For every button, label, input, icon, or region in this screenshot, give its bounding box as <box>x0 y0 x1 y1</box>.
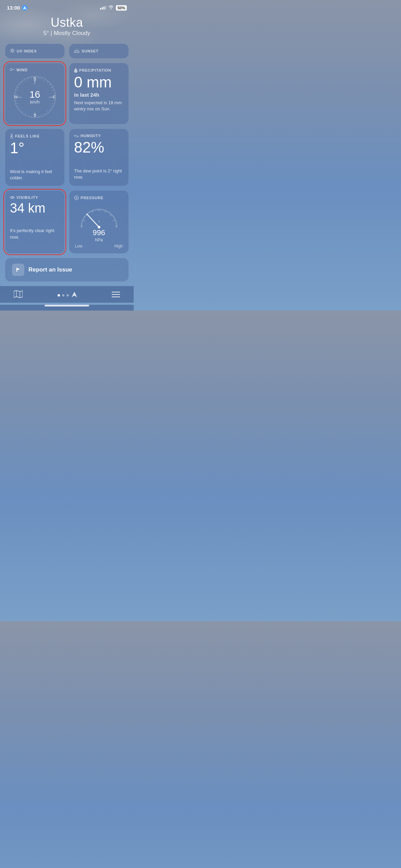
svg-line-68 <box>113 220 114 221</box>
pressure-range: Low High <box>75 244 123 249</box>
page-dot-3 <box>66 294 69 297</box>
svg-point-56 <box>76 197 77 198</box>
feels-like-value: 1° <box>10 141 60 156</box>
location-arrow-icon <box>22 5 27 11</box>
svg-marker-74 <box>14 290 23 298</box>
svg-marker-77 <box>72 292 77 297</box>
feels-like-sub: Wind is making it feel colder. <box>10 169 60 181</box>
svg-marker-0 <box>23 6 26 10</box>
weather-header: Ustka 5° | Mostly Cloudy <box>0 13 134 44</box>
pressure-card[interactable]: PRESSURE <box>69 190 129 254</box>
flag-icon <box>15 267 21 273</box>
svg-line-7 <box>13 52 14 52</box>
pressure-unit: hPa <box>75 237 123 242</box>
visibility-sub: It's perfectly clear right now. <box>10 228 60 240</box>
svg-line-62 <box>83 220 85 221</box>
bottom-navigation <box>0 286 134 303</box>
feels-like-card[interactable]: FEELS LIKE 1° Wind is making it feel col… <box>5 129 65 186</box>
humidity-sub: The dew point is 2° right now. <box>74 168 124 180</box>
status-bar: 13:00 50 % <box>0 0 134 13</box>
wind-icon <box>10 68 15 72</box>
map-button[interactable] <box>14 290 23 300</box>
signal-bars-icon <box>100 6 106 10</box>
humidity-value: 82% <box>74 140 124 155</box>
visibility-value: 34 km <box>10 202 60 215</box>
svg-rect-73 <box>16 268 17 272</box>
sunset-card[interactable]: SUNSET <box>69 44 129 59</box>
location-nav-icon <box>72 292 77 299</box>
sunset-icon <box>74 48 80 54</box>
wind-compass: N S —E W— ↑ ⊥ 16 km/h <box>13 75 57 119</box>
precipitation-sub2: Next expected is 18 mm wintry mix on Sun… <box>74 100 124 112</box>
precipitation-sub1: in last 24h <box>74 91 124 98</box>
battery-indicator: 50 % <box>116 5 127 11</box>
page-dot-2 <box>62 294 64 297</box>
svg-point-54 <box>12 197 13 198</box>
humidity-card[interactable]: HUMIDITY 82% The dew point is 2° right n… <box>69 129 129 186</box>
svg-line-67 <box>110 215 111 216</box>
precipitation-value: 0 mm <box>74 75 124 90</box>
eye-icon <box>10 196 15 199</box>
wifi-icon <box>108 5 114 10</box>
svg-line-64 <box>93 211 93 213</box>
svg-text:↓: ↓ <box>98 219 100 223</box>
uv-index-label: UV INDEX <box>17 49 37 53</box>
menu-button[interactable] <box>112 291 120 300</box>
svg-line-70 <box>87 214 99 227</box>
report-icon <box>12 264 24 276</box>
humidity-label: HUMIDITY <box>74 134 124 138</box>
status-right: 50 % <box>100 5 127 11</box>
svg-line-66 <box>105 211 105 213</box>
pressure-gauge: ↓ 996 hPa Low High <box>75 203 123 249</box>
city-name: Ustka <box>7 15 127 30</box>
svg-line-6 <box>11 49 11 49</box>
precipitation-label: PRECIPITATION <box>74 68 124 73</box>
visibility-label: VISIBILITY <box>10 195 60 200</box>
svg-point-1 <box>11 50 13 52</box>
thermometer-icon <box>10 134 13 138</box>
report-issue-label: Report an Issue <box>28 266 72 273</box>
pressure-gauge-svg: ↓ <box>75 203 123 230</box>
top-mini-cards: UV INDEX SUNSET <box>0 44 134 59</box>
feels-like-label: FEELS LIKE <box>10 134 60 138</box>
svg-line-13 <box>78 50 79 50</box>
page-dot-1 <box>58 294 60 297</box>
humidity-icon <box>74 134 79 137</box>
precipitation-card[interactable]: PRECIPITATION 0 mm in last 24h Next expe… <box>69 63 129 124</box>
compass-north-arrow: ↑ <box>33 77 37 85</box>
status-left: 13:00 <box>7 5 27 11</box>
pressure-icon <box>74 195 79 200</box>
status-time: 13:00 <box>7 5 20 11</box>
wind-card[interactable]: WIND N S —E W— ↑ ⊥ <box>5 63 65 124</box>
compass-directions: N S —E W— ↑ ⊥ 16 km/h <box>13 75 57 119</box>
visibility-card[interactable]: VISIBILITY 34 km It's perfectly clear ri… <box>5 190 65 254</box>
report-issue-card[interactable]: Report an Issue <box>5 258 129 282</box>
cards-grid: WIND N S —E W— ↑ ⊥ <box>0 63 134 254</box>
page-indicators <box>58 292 77 299</box>
compass-center-value: 16 km/h <box>29 90 40 105</box>
precipitation-icon <box>74 68 77 73</box>
sunset-label: SUNSET <box>82 49 98 53</box>
weather-description: 5° | Mostly Cloudy <box>7 30 127 37</box>
sun-icon <box>10 48 15 54</box>
svg-line-9 <box>11 52 11 52</box>
home-indicator <box>45 305 89 306</box>
wind-label: WIND <box>10 68 60 72</box>
svg-line-8 <box>13 49 14 49</box>
uv-index-card[interactable]: UV INDEX <box>5 44 65 59</box>
pressure-label: PRESSURE <box>74 195 124 200</box>
compass-south-tick: ⊥ <box>33 110 37 116</box>
svg-line-12 <box>75 50 75 50</box>
home-indicator-bar <box>0 305 134 311</box>
